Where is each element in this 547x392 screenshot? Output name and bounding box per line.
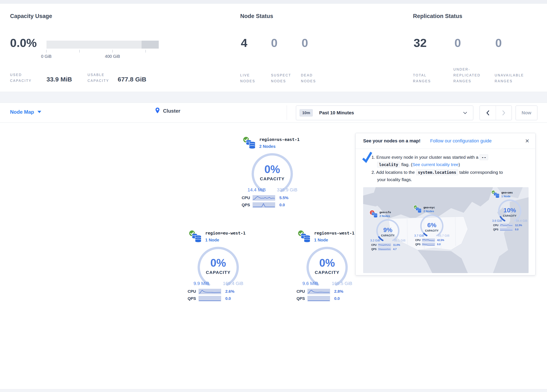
capacity-values: 9.6 MiB 169.5 GiB [302, 281, 352, 286]
qps-sparkline [198, 296, 221, 301]
close-icon[interactable]: ✕ [525, 138, 529, 144]
cpu-metric-row: CPU 2.6% [185, 289, 234, 294]
database-stack-icon [371, 212, 378, 219]
node-count-link[interactable]: 1 Node [314, 238, 328, 242]
qps-metric-row: QPS 0.0 [185, 296, 231, 301]
capacity-values: 14.4 MiB 338.9 GiB [247, 187, 297, 193]
view-selector-dropdown[interactable]: Node Map [10, 109, 41, 115]
popup-step-1-line-1: 1. Ensure every node in your cluster was… [371, 154, 488, 161]
code-system-locations: system.locations [416, 169, 458, 175]
mini-node-card-geo-sfo[interactable]: 1 geo=sfo 2 Nodes 9% CAPACITY 3.2 GiB [369, 210, 409, 252]
map-pin-icon [155, 107, 160, 115]
locality-tree-link[interactable]: See current locality tree [412, 162, 459, 167]
qps-metric-row: QPS 0.0 [294, 296, 340, 301]
qps-sparkline [308, 296, 330, 301]
qps-sparkline [253, 202, 275, 208]
used-value: 9.6 MiB [302, 281, 318, 286]
time-step-back-button[interactable] [480, 106, 496, 120]
time-range-selector[interactable]: 10m Past 10 Minutes [296, 106, 473, 120]
capacity-caption: CAPACITY [294, 270, 360, 275]
used-value: 3.6 GiB [492, 219, 502, 222]
popup-title: See your nodes on a map! [363, 138, 421, 144]
locality-label: region=eu-west-1 [205, 231, 246, 236]
capacity-percent: 0.0% [10, 36, 37, 50]
total-value: 169.4 GiB [223, 281, 243, 286]
used-value: 3.7 GiB [414, 234, 424, 237]
qps-sparkline [422, 243, 435, 246]
cpu-sparkline [422, 239, 435, 242]
capacity-percent: 6% [419, 222, 444, 228]
popup-step-2-line-1: 2. Add locations to the system.locations… [371, 169, 503, 176]
time-step-forward-button[interactable] [496, 106, 512, 120]
database-stack-icon [416, 207, 422, 214]
capacity-caption: CAPACITY [419, 229, 444, 232]
capacity-caption: CAPACITY [185, 270, 251, 275]
axis-tick [79, 50, 80, 53]
unavailable-ranges-label: UNAVAILABLE RANGES [495, 72, 524, 84]
locality-label: region=us-west-1 [314, 231, 355, 236]
cpu-metric-row: CPU 12.3% [491, 224, 522, 227]
axis-tick-label: 400 GiB [100, 54, 125, 59]
total-value: 338.9 GiB [277, 187, 297, 193]
capacity-values: 3.7 GiB 65.7 GiB [414, 234, 449, 237]
view-selector-label[interactable]: Node Map [10, 109, 34, 115]
dead-nodes-label: DEAD NODES [301, 72, 316, 84]
used-value: 3.2 GiB [370, 239, 380, 242]
cpu-sparkline [308, 289, 330, 294]
chevron-down-icon [37, 111, 41, 113]
qps-metric-row: QPS 0.0 [239, 202, 285, 208]
code-locality-flag-part1: -- [479, 154, 488, 160]
cpu-metric-row: CPU 42.5% [413, 239, 444, 242]
qps-sparkline [378, 248, 391, 251]
locality-label: region=us-east-1 [259, 137, 300, 142]
mini-node-card-geo-ams[interactable]: geo=ams 1 Node 10% CAPACITY 3.6 GiB 34.4… [491, 190, 529, 232]
page-bottom-strip [0, 389, 547, 392]
total-value: 35.1 GiB [394, 239, 405, 242]
breadcrumb-label[interactable]: Cluster [163, 108, 180, 114]
cpu-metric-row: CPU 5.5% [239, 195, 288, 201]
capacity-percent: 0% [239, 163, 305, 175]
locality-label: geo=sfo [379, 211, 391, 214]
region-node-card-us-east-1[interactable]: region=us-east-1 2 Nodes 0% CAPACITY 14.… [239, 136, 308, 211]
cpu-sparkline [500, 224, 513, 227]
capacity-caption: CAPACITY [239, 176, 305, 181]
time-range-badge: 10m [300, 109, 313, 117]
capacity-bar-used-segment [142, 41, 159, 48]
dead-nodes-count: 0 [301, 36, 308, 50]
capacity-values: 3.6 GiB 34.4 GiB [492, 219, 527, 222]
database-stack-icon [246, 139, 256, 150]
database-stack-icon [493, 192, 500, 199]
region-node-card-eu-west-1[interactable]: region=eu-west-1 1 Node 0% CAPACITY 9.9 … [185, 229, 254, 305]
node-count-link[interactable]: 2 Nodes [424, 210, 434, 213]
total-value: 34.4 GiB [516, 219, 527, 222]
usable-capacity-value: 677.8 GiB [118, 76, 146, 83]
used-value: 14.4 MiB [247, 187, 266, 193]
locality-label: geo=nyc [424, 206, 435, 209]
total-ranges-label: TOTAL RANGES [413, 72, 431, 84]
axis-tick [112, 50, 113, 53]
qps-metric-row: QPS 0.0 [491, 228, 519, 231]
database-stack-icon [191, 232, 202, 244]
configuration-guide-link[interactable]: Follow our configuration guide [430, 138, 492, 144]
popup-step-1-line-2: locality flag. (See current locality tre… [377, 161, 460, 168]
node-count-link[interactable]: 2 Nodes [259, 144, 276, 149]
chevron-down-icon [463, 112, 467, 114]
node-count-link[interactable]: 1 Node [501, 195, 510, 198]
qps-metric-row: QPS 4.7 [369, 248, 397, 251]
region-node-card-us-west-1[interactable]: region=us-west-1 1 Node 0% CAPACITY 9.6 … [294, 229, 363, 305]
node-count-link[interactable]: 1 Node [205, 238, 219, 242]
locality-breadcrumb[interactable]: Cluster [155, 107, 180, 115]
mini-node-card-geo-nyc[interactable]: geo=nyc 2 Nodes 6% CAPACITY 3.7 GiB 65.7… [413, 205, 453, 247]
capacity-values: 3.2 GiB 35.1 GiB [370, 239, 405, 242]
node-count-link[interactable]: 2 Nodes [379, 214, 390, 218]
used-value: 9.9 MiB [193, 281, 209, 286]
live-nodes-label: LIVE NODES [240, 72, 255, 84]
cluster-summary-bar: Capacity Usage 0.0% 0 GiB 400 GiB USED C… [0, 4, 547, 92]
capacity-bar-track [47, 41, 159, 48]
axis-tick [46, 50, 47, 53]
capacity-values: 9.9 MiB 169.4 GiB [193, 281, 243, 286]
qps-metric-row: QPS 0.0 [413, 243, 441, 246]
now-button[interactable]: Now [516, 106, 537, 120]
map-config-popup: See your nodes on a map! Follow our conf… [356, 133, 535, 275]
view-toolbar: Node Map Cluster 10m Past 10 Minutes [0, 103, 547, 123]
